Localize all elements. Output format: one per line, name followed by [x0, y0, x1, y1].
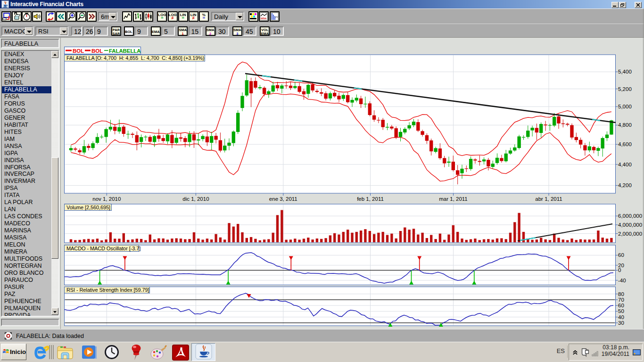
svg-text:4,600: 4,600: [618, 141, 632, 147]
svg-text:0: 0: [618, 267, 621, 273]
svg-text:70: 70: [618, 297, 624, 303]
svg-text:60: 60: [618, 252, 624, 258]
svg-text:MACDO - MACD Oscillator [-3.7]: MACDO - MACD Oscillator [-3.7]: [66, 246, 140, 251]
svg-text:ene 3, 2011: ene 3, 2011: [269, 196, 297, 202]
svg-text:80: 80: [618, 291, 624, 297]
svg-text:Volume [2,560,695]: Volume [2,560,695]: [66, 205, 110, 210]
svg-text:dic 1, 2010: dic 1, 2010: [182, 196, 209, 202]
svg-text:feb 1, 2011: feb 1, 2011: [357, 196, 384, 202]
svg-text:5,200: 5,200: [618, 86, 632, 92]
svg-text:mar 1, 2011: mar 1, 2011: [439, 196, 468, 202]
svg-text:5,000: 5,000: [618, 104, 632, 109]
svg-text:nov 1, 2010: nov 1, 2010: [92, 196, 121, 202]
svg-text:50: 50: [618, 308, 624, 314]
svg-text:FALABELLA: FALABELLA: [109, 48, 140, 54]
svg-text:4,800: 4,800: [618, 122, 632, 128]
svg-text:4,400: 4,400: [618, 162, 632, 167]
svg-text:60: 60: [618, 303, 624, 308]
svg-text:5,400: 5,400: [618, 69, 632, 74]
svg-text:40: 40: [618, 314, 624, 320]
svg-text:4,000,000: 4,000,000: [618, 222, 642, 228]
svg-text:30: 30: [618, 320, 624, 326]
svg-text:2,000,000: 2,000,000: [618, 231, 642, 237]
svg-text:BOL: BOL: [73, 48, 84, 54]
svg-text:BOL: BOL: [91, 48, 103, 54]
svg-text:-40: -40: [618, 278, 626, 283]
svg-text:RSI - Relative Strength Index: RSI - Relative Strength Index [59.79]: [66, 287, 149, 293]
svg-text:abr 1, 2011: abr 1, 2011: [535, 196, 562, 202]
svg-text:FALABELLA [O: 4,700 H: 4,855: FALABELLA [O: 4,700 H: 4,855 L: 4,700 C:…: [66, 55, 204, 61]
svg-text:6,000,000: 6,000,000: [618, 213, 642, 219]
svg-text:4,200: 4,200: [618, 182, 632, 188]
